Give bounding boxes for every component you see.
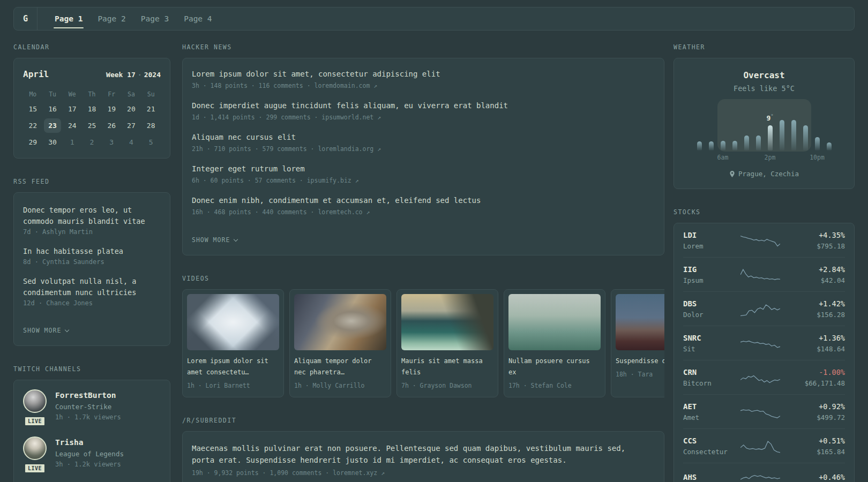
calendar-weekday-label: Fr bbox=[102, 88, 122, 101]
external-link[interactable]: loremdomain.com ↗ bbox=[314, 82, 377, 89]
stock-info: CRNBitcorn bbox=[683, 366, 735, 388]
rss-item-title[interactable]: Sed volutpat nulla nisl, a condimentum n… bbox=[23, 276, 161, 298]
calendar-weekday-label: Mo bbox=[23, 88, 43, 101]
calendar-day: 4 bbox=[122, 134, 141, 150]
video-thumbnail[interactable] bbox=[401, 294, 493, 350]
page-tabs: Page 1Page 2Page 3Page 4 bbox=[38, 7, 220, 30]
stock-sparkline bbox=[735, 370, 786, 386]
weather-bar bbox=[732, 141, 737, 150]
stock-row[interactable]: LDILorem+4.35%$795.18 bbox=[683, 223, 845, 257]
sparkline-chart bbox=[740, 267, 780, 283]
hn-item-title[interactable]: Lorem ipsum dolor sit amet, consectetur … bbox=[192, 69, 655, 79]
stock-row[interactable]: AETAmet+0.92%$499.72 bbox=[683, 394, 845, 428]
stock-values: +0.51%$165.84 bbox=[786, 435, 845, 457]
rss-item-title[interactable]: In hac habitasse platea bbox=[23, 246, 161, 257]
calendar-weekday-row: MoTuWeThFrSaSu bbox=[23, 88, 161, 101]
subreddit-post-meta: 19h · 9,932 points · 1,090 comments · lo… bbox=[192, 469, 655, 477]
video-card[interactable]: Suspendisse diam18h · Tara bbox=[611, 289, 664, 397]
hn-item-title[interactable]: Donec imperdiet augue tincidunt felis al… bbox=[192, 100, 655, 111]
stock-sparkline bbox=[735, 469, 786, 482]
video-card[interactable]: Nullam posuere cursus ex17h · Stefan Col… bbox=[504, 289, 605, 397]
stock-row[interactable]: IIGIpsum+2.84%$42.04 bbox=[683, 257, 845, 291]
stock-name: Amet bbox=[683, 412, 735, 423]
video-thumbnail[interactable] bbox=[508, 294, 601, 350]
tab-page-2[interactable]: Page 2 bbox=[90, 7, 133, 30]
video-card[interactable]: Aliquam tempor dolor nec pharetra…1h · M… bbox=[289, 289, 391, 397]
stock-row[interactable]: SNRCSit+1.36%$148.64 bbox=[683, 326, 845, 360]
hn-show-more-button[interactable]: SHOW MORE bbox=[192, 236, 237, 244]
stock-row[interactable]: AHS+0.46% bbox=[683, 463, 845, 482]
rss-show-more-button[interactable]: SHOW MORE bbox=[23, 327, 69, 334]
calendar-day: 23 bbox=[43, 117, 63, 134]
video-meta: 18h · Tara bbox=[616, 371, 664, 378]
weather-widget: Overcast Feels like 5°C 9° 6am2pm10pm Pr… bbox=[674, 58, 855, 189]
stock-row[interactable]: DBSDolor+1.42%$156.28 bbox=[683, 291, 845, 326]
weather-bar bbox=[815, 137, 820, 150]
weather-feels-like: Feels like 5°C bbox=[683, 84, 845, 93]
stock-sparkline bbox=[735, 232, 786, 248]
external-link[interactable]: loremlandia.org ↗ bbox=[318, 145, 381, 153]
hn-item-title[interactable]: Integer eget rutrum lorem bbox=[192, 163, 655, 174]
calendar-day-number: 18 bbox=[83, 102, 100, 116]
video-title[interactable]: Aliquam tempor dolor nec pharetra… bbox=[294, 356, 386, 378]
video-card[interactable]: Lorem ipsum dolor sit amet consectetu…1h… bbox=[182, 289, 284, 397]
twitch-channel-row[interactable]: LIVEForrestBurtonCounter-Strike1h · 1.7k… bbox=[23, 389, 161, 423]
hn-item: Integer eget rutrum lorem6h · 60 points … bbox=[192, 163, 655, 185]
twitch-channel-list: LIVEForrestBurtonCounter-Strike1h · 1.7k… bbox=[23, 389, 161, 482]
sparkline-chart bbox=[740, 301, 780, 317]
video-thumbnail[interactable] bbox=[616, 294, 664, 350]
calendar-day: 29 bbox=[23, 134, 43, 150]
stock-row[interactable]: CCSConsectetur+0.51%$165.84 bbox=[683, 428, 845, 463]
twitch-channel-info: ForrestBurtonCounter-Strike1h · 1.7k vie… bbox=[55, 389, 121, 423]
sparkline-chart bbox=[740, 469, 780, 482]
stock-price: $42.04 bbox=[786, 275, 845, 285]
hn-item: Lorem ipsum dolor sit amet, consectetur … bbox=[192, 69, 655, 91]
rss-item: Sed volutpat nulla nisl, a condimentum n… bbox=[23, 276, 161, 308]
subreddit-post-title[interactable]: Maecenas mollis pulvinar erat non posuer… bbox=[192, 442, 647, 466]
hn-item-meta: 16h · 468 points · 440 comments · loremt… bbox=[192, 208, 655, 217]
external-link[interactable]: ipsumworld.net ↗ bbox=[321, 114, 381, 121]
twitch-channel-name[interactable]: Trisha bbox=[55, 436, 124, 448]
hn-item-meta: 6h · 60 points · 57 comments · ipsumify.… bbox=[192, 176, 655, 185]
calendar-widget: April Week 17·2024 MoTuWeThFrSaSu 151617… bbox=[13, 58, 170, 159]
calendar-weekday-label: We bbox=[62, 88, 82, 101]
external-link[interactable]: loremnet.xyz ↗ bbox=[333, 469, 385, 477]
twitch-channel-info: TrishaLeague of Legends3h · 1.2k viewers bbox=[55, 436, 124, 470]
twitch-channel-row[interactable]: LIVETrishaLeague of Legends3h · 1.2k vie… bbox=[23, 436, 161, 470]
tab-page-1[interactable]: Page 1 bbox=[47, 7, 90, 30]
stock-ticker: IIG bbox=[683, 263, 735, 275]
external-link[interactable]: ipsumify.biz ↗ bbox=[307, 177, 359, 184]
weather-bar bbox=[697, 141, 702, 150]
video-meta: 7h · Grayson Dawson bbox=[401, 382, 493, 389]
external-link-icon: ↗ bbox=[373, 82, 377, 89]
video-title[interactable]: Mauris sit amet massa felis bbox=[401, 356, 493, 378]
stock-price: $165.84 bbox=[786, 447, 845, 457]
app-logo[interactable]: G bbox=[14, 7, 38, 30]
rss-item-title[interactable]: Donec tempor eros leo, ut commodo mauris… bbox=[23, 205, 161, 227]
tab-page-3[interactable]: Page 3 bbox=[133, 7, 176, 30]
video-title[interactable]: Nullam posuere cursus ex bbox=[508, 356, 601, 378]
hn-item-title[interactable]: Donec enim nibh, condimentum et accumsan… bbox=[192, 195, 655, 206]
weather-section: WEATHER Overcast Feels like 5°C 9° 6am2p… bbox=[674, 43, 855, 189]
hn-item: Donec enim nibh, condimentum et accumsan… bbox=[192, 195, 655, 217]
calendar-weekday-label: Th bbox=[82, 88, 102, 101]
external-link[interactable]: loremtech.co ↗ bbox=[318, 208, 370, 216]
weather-section-title: WEATHER bbox=[674, 43, 855, 51]
stock-row[interactable]: CRNBitcorn-1.00%$66,171.48 bbox=[683, 360, 845, 394]
stock-info: AETAmet bbox=[683, 401, 735, 423]
weather-bar bbox=[756, 135, 761, 150]
twitch-channel-meta: 1h · 1.7k viewers bbox=[55, 412, 121, 423]
weather-bar bbox=[768, 125, 773, 150]
video-title[interactable]: Lorem ipsum dolor sit amet consectetu… bbox=[187, 356, 279, 378]
video-thumbnail[interactable] bbox=[187, 294, 279, 350]
video-card[interactable]: Mauris sit amet massa felis7h · Grayson … bbox=[396, 289, 498, 397]
hn-item-title[interactable]: Aliquam nec cursus elit bbox=[192, 132, 655, 142]
twitch-channel-name[interactable]: ForrestBurton bbox=[55, 389, 121, 401]
tab-page-4[interactable]: Page 4 bbox=[176, 7, 219, 30]
subreddit-section-title: /R/SUBREDDIT bbox=[182, 417, 664, 424]
stock-values: +1.42%$156.28 bbox=[786, 298, 845, 320]
weather-hourly-chart: 9° bbox=[697, 101, 832, 150]
video-thumbnail[interactable] bbox=[294, 294, 386, 350]
calendar-day-number: 5 bbox=[143, 135, 160, 149]
video-title[interactable]: Suspendisse diam bbox=[616, 356, 664, 367]
